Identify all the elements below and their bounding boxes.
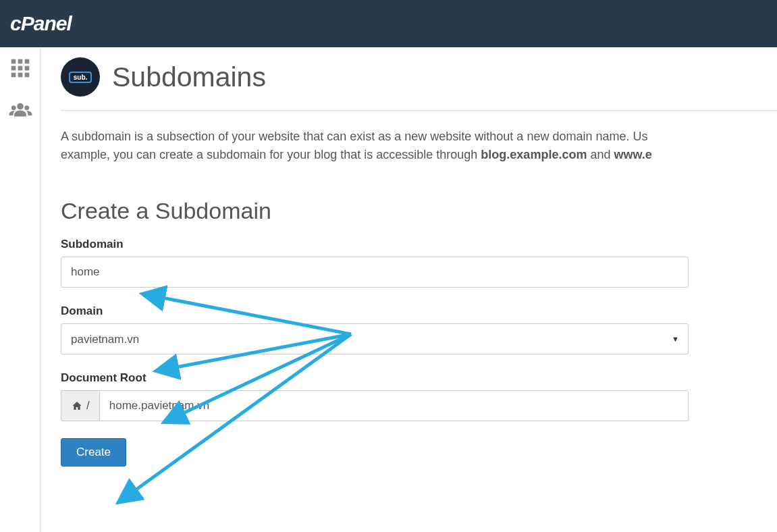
desc-text-2: example, you can create a subdomain for …: [61, 148, 481, 161]
page-title: Subdomains: [112, 61, 266, 93]
docroot-prefix-addon: /: [61, 390, 99, 421]
domain-field-group: Domain pavietnam.vn ▼: [61, 304, 689, 354]
cpanel-logo: cPanel: [10, 12, 72, 35]
desc-text-3: and: [587, 148, 614, 161]
svg-point-10: [11, 105, 16, 110]
svg-point-9: [17, 103, 24, 110]
svg-rect-3: [11, 66, 16, 71]
svg-rect-7: [18, 73, 22, 78]
sidebar-grid-apps[interactable]: [7, 57, 33, 79]
desc-bold-2: www.e: [614, 148, 651, 161]
svg-rect-6: [11, 73, 16, 78]
svg-rect-1: [18, 59, 22, 64]
subdomain-label: Subdomain: [61, 238, 689, 251]
page-description: A subdomain is a subsection of your webs…: [61, 128, 777, 164]
grid-icon: [9, 57, 31, 79]
subdomains-page-icon: sub.: [61, 57, 100, 97]
sub-badge: sub.: [69, 72, 92, 83]
domain-select[interactable]: pavietnam.vn: [61, 323, 689, 354]
users-icon: [8, 99, 32, 124]
desc-bold-1: blog.example.com: [481, 148, 587, 161]
docroot-slash: /: [86, 399, 90, 413]
page-header: sub. Subdomains: [61, 57, 777, 97]
docroot-label: Document Root: [61, 371, 689, 385]
docroot-field-group: Document Root /: [61, 371, 689, 421]
svg-point-11: [24, 105, 29, 110]
svg-rect-8: [24, 73, 29, 78]
svg-rect-5: [24, 66, 29, 71]
docroot-input[interactable]: [99, 390, 689, 421]
brand-text: cPanel: [10, 12, 72, 34]
home-icon: [71, 400, 83, 411]
domain-label: Domain: [61, 304, 689, 318]
desc-text-1: A subdomain is a subsection of your webs…: [61, 130, 647, 143]
main-content: sub. Subdomains A subdomain is a subsect…: [41, 47, 777, 532]
svg-rect-0: [11, 59, 16, 64]
top-header: cPanel: [0, 0, 777, 47]
left-sidebar: [0, 47, 41, 532]
header-divider: [61, 110, 777, 111]
create-subdomain-heading: Create a Subdomain: [61, 198, 777, 224]
subdomain-input[interactable]: [61, 257, 689, 288]
subdomain-field-group: Subdomain: [61, 238, 689, 288]
svg-rect-2: [24, 59, 29, 64]
sidebar-users[interactable]: [7, 99, 33, 124]
svg-rect-4: [18, 66, 22, 71]
create-button[interactable]: Create: [61, 438, 126, 467]
